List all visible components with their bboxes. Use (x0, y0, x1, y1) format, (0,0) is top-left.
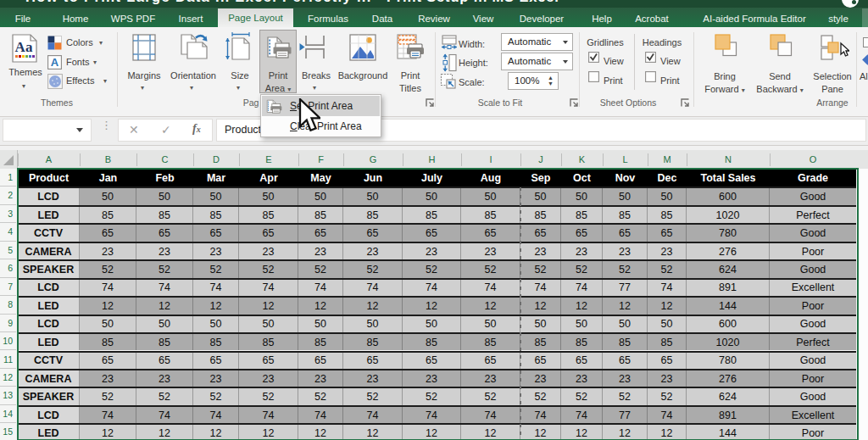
svg-text:Aa: Aa (15, 39, 33, 55)
